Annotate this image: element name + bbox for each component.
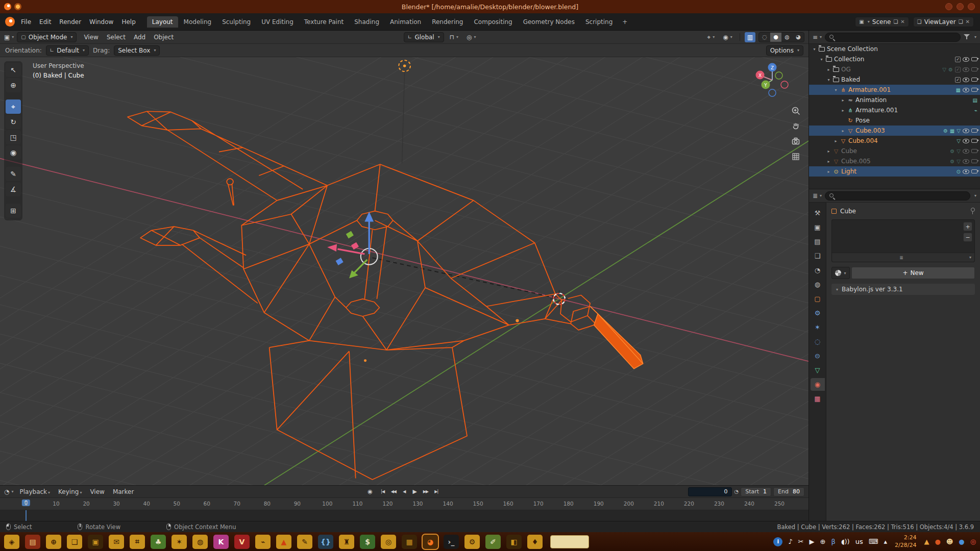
outliner-search[interactable]	[825, 33, 961, 42]
disclosure-triangle-icon[interactable]: ▾	[818, 57, 825, 62]
tool-rotate[interactable]: ↻	[6, 115, 21, 129]
properties-tab-modifiers[interactable]: ⚙	[811, 307, 825, 319]
blender-menu-icon[interactable]	[5, 17, 15, 27]
outliner-item-pose[interactable]: ↻Pose	[809, 115, 980, 126]
scene-selector[interactable]: ▣ ▾ Scene ❏ ✕	[855, 17, 909, 27]
disclosure-triangle-icon[interactable]: ▸	[832, 139, 839, 143]
properties-tab-render[interactable]: ▣	[811, 221, 825, 234]
timeline-menu-marker[interactable]: Marker	[109, 488, 138, 495]
tray-bluetooth-icon[interactable]: β	[831, 538, 835, 545]
tool-transform[interactable]: ◉	[6, 145, 21, 160]
disclosure-triangle-icon[interactable]: ▾	[825, 78, 832, 82]
timeline-ruler[interactable]: 0 01020304050607080901001101201301401501…	[0, 498, 808, 510]
taskbar-icon-photos[interactable]: ✶	[172, 535, 187, 549]
show-overlays-button[interactable]: ◉ ▾	[720, 32, 735, 42]
zoom-icon[interactable]	[791, 106, 800, 115]
timeline-menu-view[interactable]: View	[86, 488, 108, 495]
tray-orange-dot-icon[interactable]: ●	[935, 538, 940, 545]
hide-viewport-toggle[interactable]	[963, 57, 969, 62]
tray-cut-icon[interactable]: ✂	[798, 538, 804, 545]
workspace-tab-uv-editing[interactable]: UV Editing	[256, 16, 299, 28]
workspace-tab-sculpting[interactable]: Sculpting	[217, 16, 256, 28]
taskbar-icon-launcher[interactable]: ◈	[4, 535, 19, 549]
shading-wireframe-button[interactable]: ◌	[759, 33, 770, 42]
orientation-dropdown[interactable]: ∟ Default ▾	[46, 45, 89, 56]
disclosure-triangle-icon[interactable]: ▸	[825, 169, 832, 174]
workspace-tab-scripting[interactable]: Scripting	[580, 16, 618, 28]
tool-add-cube[interactable]: ⊞	[6, 204, 21, 218]
outliner-item-cube-005[interactable]: ▸▽Cube.005⚙▽	[809, 156, 980, 166]
tray-keyboard-icon[interactable]: ⌨	[869, 538, 878, 545]
workspace-tab-rendering[interactable]: Rendering	[427, 16, 468, 28]
disclosure-triangle-icon[interactable]: ▸	[825, 67, 832, 72]
taskbar-icon-notes[interactable]: ♣	[151, 535, 166, 549]
properties-tab-particles[interactable]: ✶	[811, 321, 825, 334]
hide-viewport-toggle[interactable]	[963, 88, 969, 92]
neg-z-axis-ball[interactable]	[769, 89, 776, 96]
tool-move[interactable]: ⌖	[6, 99, 21, 114]
neg-y-axis-ball[interactable]	[775, 72, 782, 79]
show-gizmos-button[interactable]: ⌖ ▾	[704, 32, 717, 42]
browse-material-dropdown[interactable]: ▾	[831, 267, 850, 279]
move-gizmo[interactable]	[327, 212, 377, 279]
taskbar-icon-editor[interactable]: ▣	[88, 535, 103, 549]
hide-viewport-toggle[interactable]	[963, 129, 969, 133]
menu-window[interactable]: Window	[85, 18, 117, 26]
tray-music-note-icon[interactable]: ♪	[788, 538, 792, 545]
snapping-toggle[interactable]: ⊓ ▾	[447, 32, 461, 42]
drag-dropdown[interactable]: Select Box ▾	[114, 45, 160, 56]
outliner-item-cube[interactable]: ▸▽Cube⚙▽	[809, 146, 980, 156]
wireframe-model[interactable]	[128, 111, 643, 480]
disclosure-triangle-icon[interactable]: ▾	[832, 88, 839, 92]
taskbar-icon-mail[interactable]: ✉	[109, 535, 124, 549]
outliner-item-cube-003[interactable]: ▸▽Cube.003⚙▦▽	[809, 126, 980, 136]
disclosure-triangle-icon[interactable]: ▸	[840, 108, 846, 113]
hide-viewport-toggle[interactable]	[963, 149, 969, 154]
outliner-item-armature-001[interactable]: ▸⋔Armature.001⌁	[809, 105, 980, 115]
disable-render-toggle[interactable]	[971, 129, 977, 133]
filter-icon[interactable]	[964, 34, 970, 40]
frame-start-field[interactable]: Start 1	[741, 487, 771, 496]
exclude-checkbox[interactable]: ✓	[955, 57, 961, 62]
workspace-tab-shading[interactable]: Shading	[349, 16, 384, 28]
hide-viewport-toggle[interactable]	[963, 78, 969, 82]
shading-rendered-button[interactable]: ◕	[793, 33, 804, 42]
workspace-tab-compositing[interactable]: Compositing	[469, 16, 517, 28]
disable-render-toggle[interactable]	[971, 57, 977, 61]
outliner-item-collection[interactable]: ▾Collection✓	[809, 54, 980, 64]
viewlayer-selector[interactable]: ❑ ViewLayer ❏ ✕	[913, 17, 974, 27]
properties-tab-view-layer[interactable]: ❑	[811, 249, 825, 262]
outliner-item-baked[interactable]: ▾Baked✓	[809, 74, 980, 85]
outliner-options-caret[interactable]: ▾	[974, 35, 976, 39]
tray-blue-dot-icon[interactable]: ●	[959, 538, 964, 545]
taskbar-icon-terminal[interactable]: ›_	[444, 535, 459, 549]
disable-render-toggle[interactable]	[971, 78, 977, 82]
taskbar-icon-video[interactable]: V	[234, 535, 250, 549]
editor-type-properties-button[interactable]: ≣▾	[813, 192, 822, 199]
workspace-tab-texture-paint[interactable]: Texture Paint	[299, 16, 349, 28]
taskbar-icon-media[interactable]: ◍	[192, 535, 208, 549]
toggle-xray-button[interactable]: ▥	[745, 32, 755, 42]
new-scene-icon[interactable]: ❏	[893, 19, 898, 24]
taskbar-icon-camera[interactable]: ◎	[381, 535, 396, 549]
outliner-item-scene-collection[interactable]: ▾Scene Collection	[809, 44, 980, 54]
workspace-tab-modeling[interactable]: Modeling	[179, 16, 217, 28]
disable-render-toggle[interactable]	[971, 159, 977, 163]
disable-render-toggle[interactable]	[971, 139, 977, 143]
viewport-menu-view[interactable]: View	[80, 34, 102, 41]
disclosure-triangle-icon[interactable]: ▾	[811, 47, 818, 52]
mode-dropdown[interactable]: ▢ Object Mode ▾	[17, 32, 77, 42]
remove-viewlayer-icon[interactable]: ✕	[966, 19, 970, 24]
disable-render-toggle[interactable]	[971, 149, 977, 153]
transport-prev-keyframe-button[interactable]: ◀◀	[389, 487, 398, 496]
properties-tab-world[interactable]: ◍	[811, 278, 825, 291]
tray-volume-icon[interactable]: ◖))	[841, 538, 850, 545]
taskbar-icon-games[interactable]: ♜	[339, 535, 354, 549]
options-dropdown[interactable]: Options ▾	[766, 45, 803, 56]
taskbar-icon-term[interactable]: ⌁	[255, 535, 271, 549]
tray-smiley-icon[interactable]: ☻	[946, 538, 953, 545]
disable-render-toggle[interactable]	[971, 88, 977, 92]
timeline-menu-keying[interactable]: Keying▾	[54, 488, 86, 495]
disclosure-triangle-icon[interactable]: ▸	[825, 149, 832, 154]
babylon-panel-header[interactable]: ▾ Babylon.js ver 3.3.1	[831, 284, 975, 295]
